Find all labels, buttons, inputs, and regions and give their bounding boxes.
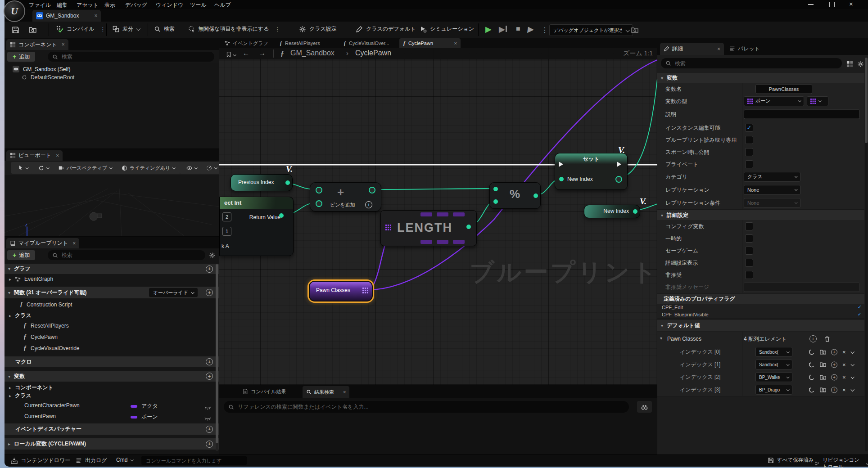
hide-options-icon[interactable]: ⋮	[275, 26, 280, 32]
element-add-icon[interactable]: +	[831, 387, 837, 393]
private-checkbox[interactable]	[745, 160, 753, 168]
transient-checkbox[interactable]	[745, 234, 753, 243]
add-graph-icon[interactable]: +	[206, 266, 213, 273]
breadcrumb-current[interactable]: CyclePawn	[355, 49, 391, 57]
collapse-icon[interactable]: ▾	[8, 290, 10, 295]
add-macro-icon[interactable]: +	[206, 358, 213, 365]
output-pin[interactable]	[466, 225, 471, 229]
description-input[interactable]	[744, 110, 860, 119]
compile-button[interactable]: コンパイル⋮	[56, 25, 105, 33]
browse-icon[interactable]	[820, 387, 826, 393]
blueprint-graph-canvas[interactable]: ブループリント Previous Index V.	[219, 48, 657, 385]
node-previous-index[interactable]: Previous Index	[231, 174, 293, 191]
close-icon[interactable]: ×	[849, 0, 853, 8]
element-clear-icon[interactable]: ×	[842, 361, 846, 368]
class-settings-button[interactable]: クラス設定	[299, 25, 337, 33]
compile-results-tab[interactable]: コンパイル結果	[239, 387, 289, 396]
components-search-input[interactable]	[61, 53, 210, 60]
input-pin[interactable]	[559, 177, 564, 181]
element-add-icon[interactable]: +	[831, 374, 837, 380]
close-icon[interactable]: ×	[717, 46, 720, 52]
add-variable-icon[interactable]: +	[206, 373, 213, 380]
close-icon[interactable]: ×	[62, 41, 65, 48]
advanced-display-checkbox[interactable]	[745, 259, 753, 267]
my-blueprint-search[interactable]	[48, 250, 205, 260]
variable-row-current-pawn[interactable]: CurrentPawn ポーン	[5, 412, 215, 422]
close-icon[interactable]: ×	[56, 153, 59, 159]
output-pin[interactable]	[285, 180, 290, 185]
override-dropdown[interactable]: オーバーライド	[149, 288, 198, 297]
advance-button[interactable]: ▶	[527, 24, 534, 34]
input-literal[interactable]: 2	[222, 212, 231, 221]
blueprint-readonly-checkbox[interactable]	[745, 136, 753, 144]
viewport-lit-dropdown[interactable]: ライティングあり	[115, 162, 181, 174]
details-search-input[interactable]	[674, 60, 837, 67]
frame-skip-button[interactable]: ▶	[499, 24, 507, 34]
diff-button[interactable]: 差分	[113, 25, 140, 33]
bookmark-icon[interactable]	[226, 50, 235, 58]
variables-section-header[interactable]: ▾変数+	[5, 371, 219, 382]
element-options-icon[interactable]	[850, 362, 854, 366]
macro-section-header[interactable]: マクロ+	[5, 356, 219, 367]
graph-section-header[interactable]: ▾グラフ+	[5, 264, 219, 274]
array-output-pin[interactable]	[362, 288, 368, 293]
collapse-icon[interactable]: ▾	[8, 266, 10, 271]
hide-unrelated-button[interactable]: 無関係な項目を非表示にする⋮	[188, 25, 280, 33]
scrollbar[interactable]	[216, 264, 218, 451]
menu-view[interactable]: 表示	[104, 1, 115, 9]
element-options-icon[interactable]	[850, 350, 854, 353]
element-add-icon[interactable]: +	[831, 349, 837, 355]
dispatchers-section-header[interactable]: イベントディスパッチャー+	[5, 423, 219, 435]
add-component-button[interactable]: +追加	[7, 52, 35, 62]
menu-asset[interactable]: アセット	[77, 1, 99, 9]
variable-name-input[interactable]: PawnClasses	[755, 84, 812, 94]
graph-tab-reset[interactable]: ƒResetAllPlayers	[276, 38, 324, 48]
details-scrollbar[interactable]	[865, 58, 868, 451]
element-add-icon[interactable]: +	[831, 361, 837, 368]
use-selected-icon[interactable]	[809, 361, 815, 368]
output-pin[interactable]	[615, 176, 622, 183]
browse-icon[interactable]	[820, 349, 826, 355]
content-drawer-button[interactable]: コンテンツドロワー	[11, 457, 70, 464]
close-icon[interactable]: ×	[343, 389, 346, 395]
graph-tab-event[interactable]: イベントグラフ	[221, 38, 272, 48]
component-row-scene-root[interactable]: DefaultSceneRoot	[22, 74, 74, 81]
input-pin[interactable]	[316, 200, 322, 207]
node-add[interactable]: + ピンを追加 +	[310, 182, 381, 212]
add-dispatcher-icon[interactable]: +	[206, 426, 213, 433]
node-length[interactable]: LENGTH	[380, 210, 477, 246]
replication-dropdown[interactable]: None	[744, 185, 800, 195]
menu-debug[interactable]: デバッグ	[125, 1, 147, 9]
function-row-cycle-visual[interactable]: ƒCycleVisualOverride	[23, 345, 80, 352]
menu-help[interactable]: ヘルプ	[214, 1, 231, 9]
details-tab[interactable]: 詳細 ×	[660, 43, 724, 55]
ue-logo[interactable]: U	[4, 0, 25, 22]
instance-editable-checkbox[interactable]: ✓	[745, 124, 753, 132]
asset-tab-gm-sandbox[interactable]: GM_Sandbox ×	[32, 10, 101, 22]
find-in-blueprints-button[interactable]	[637, 401, 652, 413]
variable-section-header[interactable]: ▾変数	[657, 73, 864, 83]
stop-button[interactable]: ■	[516, 25, 520, 33]
add-blueprint-item-button[interactable]: +追加	[7, 250, 35, 260]
array-add-icon[interactable]: +	[809, 335, 817, 342]
exec-in-pin[interactable]	[559, 162, 563, 167]
add-pin-icon[interactable]: +	[365, 201, 372, 208]
array-element-dropdown[interactable]: BP_Walke	[755, 372, 792, 382]
viewport-canvas[interactable]: Z X Y	[5, 175, 219, 236]
advanced-section-header[interactable]: ▾詳細設定	[657, 210, 864, 220]
input-pin[interactable]	[493, 187, 498, 191]
class-group-row[interactable]: ▸クラス	[9, 312, 32, 320]
expand-icon[interactable]: ▸	[9, 385, 11, 390]
cmd-dropdown[interactable]: Cmd	[116, 457, 133, 463]
play-button[interactable]: ▶	[485, 24, 492, 34]
variable-type-dropdown[interactable]: ポーン	[744, 96, 804, 106]
console-input-box[interactable]	[141, 456, 247, 465]
compile-options-icon[interactable]: ⋮	[100, 26, 105, 32]
console-input[interactable]	[145, 458, 243, 464]
find-button[interactable]: 検索	[154, 25, 175, 33]
local-vars-section-header[interactable]: ▸ローカル変数 (CYCLEPAWN)+	[5, 438, 219, 450]
node-pawn-classes[interactable]: Pawn Classes	[307, 279, 374, 303]
element-options-icon[interactable]	[850, 375, 854, 378]
my-blueprint-search-input[interactable]	[61, 252, 201, 259]
node-select-int[interactable]: ect Int 2 Return Value 1 k A	[219, 197, 294, 256]
